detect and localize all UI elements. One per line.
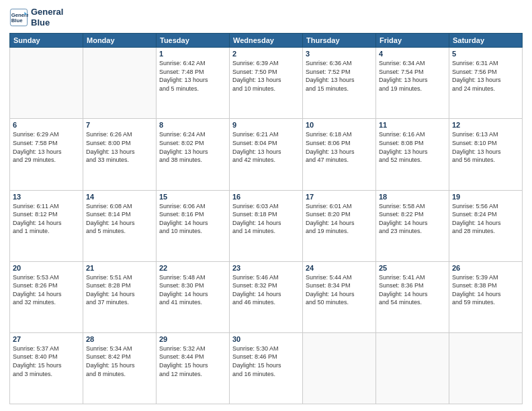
logo-icon: General Blue [9, 8, 28, 27]
calendar-cell: 10Sunrise: 6:18 AM Sunset: 8:06 PM Dayli… [303, 119, 376, 190]
day-number: 18 [379, 193, 446, 201]
calendar-week-2: 6Sunrise: 6:29 AM Sunset: 7:58 PM Daylig… [10, 119, 523, 190]
weekday-header-wednesday: Wednesday [230, 34, 303, 48]
cell-info: Sunrise: 5:37 AM Sunset: 8:40 PM Dayligh… [13, 345, 80, 378]
calendar-week-1: 1Sunrise: 6:42 AM Sunset: 7:48 PM Daylig… [10, 48, 523, 119]
day-number: 20 [13, 264, 80, 272]
cell-info: Sunrise: 6:18 AM Sunset: 8:06 PM Dayligh… [306, 130, 373, 164]
day-number: 6 [13, 121, 80, 129]
calendar-cell: 23Sunrise: 5:46 AM Sunset: 8:32 PM Dayli… [230, 261, 303, 332]
day-number: 16 [232, 193, 300, 201]
calendar-cell: 18Sunrise: 5:58 AM Sunset: 8:22 PM Dayli… [376, 190, 449, 261]
calendar-cell: 3Sunrise: 6:36 AM Sunset: 7:52 PM Daylig… [303, 48, 376, 119]
calendar-cell: 7Sunrise: 6:26 AM Sunset: 8:00 PM Daylig… [83, 119, 157, 190]
calendar-cell: 4Sunrise: 6:34 AM Sunset: 7:54 PM Daylig… [376, 48, 449, 119]
cell-info: Sunrise: 5:51 AM Sunset: 8:28 PM Dayligh… [86, 273, 153, 307]
day-number: 30 [232, 335, 300, 343]
calendar-cell: 21Sunrise: 5:51 AM Sunset: 8:28 PM Dayli… [83, 261, 157, 332]
cell-info: Sunrise: 5:34 AM Sunset: 8:42 PM Dayligh… [86, 345, 153, 378]
cell-info: Sunrise: 5:32 AM Sunset: 8:44 PM Dayligh… [159, 345, 226, 378]
cell-info: Sunrise: 6:01 AM Sunset: 8:20 PM Dayligh… [306, 202, 373, 236]
logo-text: General [31, 7, 63, 17]
calendar-cell [449, 332, 523, 404]
cell-info: Sunrise: 5:39 AM Sunset: 8:38 PM Dayligh… [452, 273, 519, 307]
cell-info: Sunrise: 6:24 AM Sunset: 8:02 PM Dayligh… [159, 130, 226, 164]
cell-info: Sunrise: 5:58 AM Sunset: 8:22 PM Dayligh… [379, 202, 446, 236]
cell-info: Sunrise: 6:36 AM Sunset: 7:52 PM Dayligh… [306, 59, 373, 93]
day-number: 15 [159, 193, 226, 201]
weekday-header-monday: Monday [83, 34, 157, 48]
cell-info: Sunrise: 6:34 AM Sunset: 7:54 PM Dayligh… [379, 59, 446, 93]
cell-info: Sunrise: 6:16 AM Sunset: 8:08 PM Dayligh… [379, 130, 446, 164]
calendar-cell: 1Sunrise: 6:42 AM Sunset: 7:48 PM Daylig… [157, 48, 230, 119]
day-number: 4 [379, 50, 446, 58]
calendar-week-5: 27Sunrise: 5:37 AM Sunset: 8:40 PM Dayli… [10, 332, 523, 404]
cell-info: Sunrise: 6:08 AM Sunset: 8:14 PM Dayligh… [86, 202, 153, 236]
calendar-cell: 25Sunrise: 5:41 AM Sunset: 8:36 PM Dayli… [376, 261, 449, 332]
calendar-cell: 22Sunrise: 5:48 AM Sunset: 8:30 PM Dayli… [157, 261, 230, 332]
weekday-header-thursday: Thursday [303, 34, 376, 48]
day-number: 10 [306, 121, 373, 129]
day-number: 5 [452, 50, 519, 58]
day-number: 9 [232, 121, 300, 129]
day-number: 26 [452, 264, 519, 272]
cell-info: Sunrise: 6:21 AM Sunset: 8:04 PM Dayligh… [232, 130, 300, 164]
day-number: 28 [86, 335, 153, 343]
calendar-cell: 19Sunrise: 5:56 AM Sunset: 8:24 PM Dayli… [449, 190, 523, 261]
cell-info: Sunrise: 5:53 AM Sunset: 8:26 PM Dayligh… [13, 273, 80, 307]
cell-info: Sunrise: 6:13 AM Sunset: 8:10 PM Dayligh… [452, 130, 519, 164]
calendar-table: SundayMondayTuesdayWednesdayThursdayFrid… [9, 33, 523, 404]
calendar-week-3: 13Sunrise: 6:11 AM Sunset: 8:12 PM Dayli… [10, 190, 523, 261]
cell-info: Sunrise: 6:26 AM Sunset: 8:00 PM Dayligh… [86, 130, 153, 164]
day-number: 17 [306, 193, 373, 201]
day-number: 21 [86, 264, 153, 272]
calendar-cell [10, 48, 83, 119]
calendar-cell: 2Sunrise: 6:39 AM Sunset: 7:50 PM Daylig… [230, 48, 303, 119]
day-number: 3 [306, 50, 373, 58]
logo: General Blue General Blue [9, 7, 63, 28]
day-number: 19 [452, 193, 519, 201]
svg-text:General: General [11, 11, 28, 17]
day-number: 11 [379, 121, 446, 129]
cell-info: Sunrise: 6:29 AM Sunset: 7:58 PM Dayligh… [13, 130, 80, 164]
calendar-cell [83, 48, 157, 119]
day-number: 29 [159, 335, 226, 343]
calendar-cell: 30Sunrise: 5:30 AM Sunset: 8:46 PM Dayli… [230, 332, 303, 404]
calendar-week-4: 20Sunrise: 5:53 AM Sunset: 8:26 PM Dayli… [10, 261, 523, 332]
calendar-cell: 27Sunrise: 5:37 AM Sunset: 8:40 PM Dayli… [10, 332, 83, 404]
cell-info: Sunrise: 5:48 AM Sunset: 8:30 PM Dayligh… [159, 273, 226, 307]
cell-info: Sunrise: 6:39 AM Sunset: 7:50 PM Dayligh… [232, 59, 300, 93]
day-number: 1 [159, 50, 226, 58]
cell-info: Sunrise: 5:30 AM Sunset: 8:46 PM Dayligh… [232, 345, 300, 378]
cell-info: Sunrise: 6:03 AM Sunset: 8:18 PM Dayligh… [232, 202, 300, 236]
cell-info: Sunrise: 5:56 AM Sunset: 8:24 PM Dayligh… [452, 202, 519, 236]
calendar-cell: 11Sunrise: 6:16 AM Sunset: 8:08 PM Dayli… [376, 119, 449, 190]
weekday-header-friday: Friday [376, 34, 449, 48]
weekday-header-tuesday: Tuesday [157, 34, 230, 48]
day-number: 7 [86, 121, 153, 129]
calendar-cell [376, 332, 449, 404]
header: General Blue General Blue [9, 7, 523, 28]
calendar-cell: 28Sunrise: 5:34 AM Sunset: 8:42 PM Dayli… [83, 332, 157, 404]
calendar-cell: 24Sunrise: 5:44 AM Sunset: 8:34 PM Dayli… [303, 261, 376, 332]
calendar-cell: 26Sunrise: 5:39 AM Sunset: 8:38 PM Dayli… [449, 261, 523, 332]
day-number: 13 [13, 193, 80, 201]
calendar-cell: 17Sunrise: 6:01 AM Sunset: 8:20 PM Dayli… [303, 190, 376, 261]
weekday-header-sunday: Sunday [10, 34, 83, 48]
calendar-cell: 15Sunrise: 6:06 AM Sunset: 8:16 PM Dayli… [157, 190, 230, 261]
day-number: 14 [86, 193, 153, 201]
day-number: 27 [13, 335, 80, 343]
day-number: 24 [306, 264, 373, 272]
day-number: 25 [379, 264, 446, 272]
cell-info: Sunrise: 5:44 AM Sunset: 8:34 PM Dayligh… [306, 273, 373, 307]
day-number: 12 [452, 121, 519, 129]
calendar-cell: 14Sunrise: 6:08 AM Sunset: 8:14 PM Dayli… [83, 190, 157, 261]
calendar-cell: 12Sunrise: 6:13 AM Sunset: 8:10 PM Dayli… [449, 119, 523, 190]
calendar-cell: 6Sunrise: 6:29 AM Sunset: 7:58 PM Daylig… [10, 119, 83, 190]
day-number: 23 [232, 264, 300, 272]
calendar-cell: 16Sunrise: 6:03 AM Sunset: 8:18 PM Dayli… [230, 190, 303, 261]
calendar-cell: 13Sunrise: 6:11 AM Sunset: 8:12 PM Dayli… [10, 190, 83, 261]
weekday-header-row: SundayMondayTuesdayWednesdayThursdayFrid… [10, 34, 523, 48]
cell-info: Sunrise: 6:06 AM Sunset: 8:16 PM Dayligh… [159, 202, 226, 236]
calendar-cell [303, 332, 376, 404]
